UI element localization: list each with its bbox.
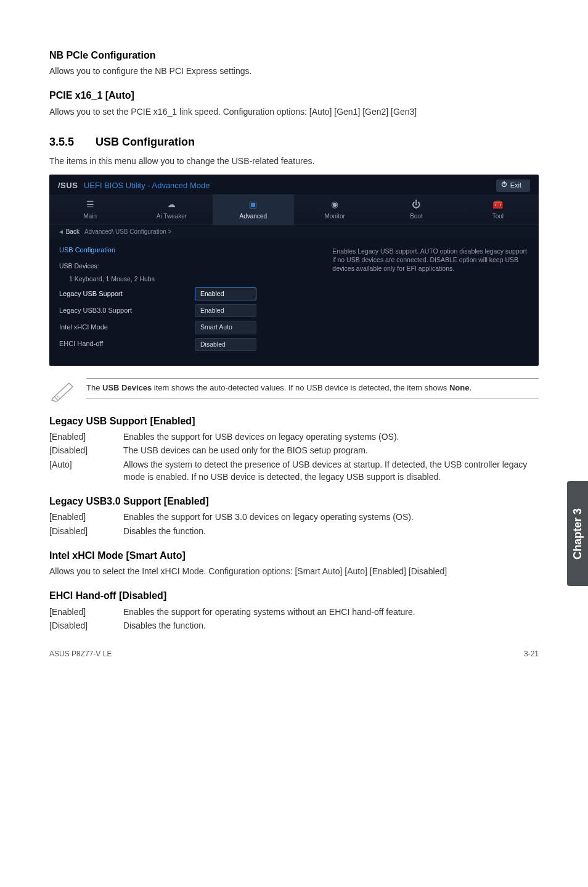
opt-row: [Disabled] Disables the function. bbox=[49, 619, 539, 632]
opt-row: [Enabled] Enables the support for USB de… bbox=[49, 431, 539, 443]
row-label: EHCI Hand-off bbox=[59, 339, 189, 349]
opt-row: [Disabled] Disables the function. bbox=[49, 525, 539, 537]
heading-ehci: EHCI Hand-off [Disabled] bbox=[49, 588, 539, 603]
opt-key: [Disabled] bbox=[49, 525, 123, 537]
usb-devices-value: 1 Keyboard, 1 Mouse, 2 Hubs bbox=[59, 274, 317, 284]
tab-advanced[interactable]: ▣Advanced bbox=[213, 194, 294, 225]
usb-devices-label: USB Devices: bbox=[59, 262, 317, 271]
tab-label: Monitor bbox=[324, 213, 345, 220]
tab-ai-tweaker[interactable]: ☁Ai Tweaker bbox=[131, 194, 212, 225]
desc-pcie-x16: Allows you to set the PCIE x16_1 link sp… bbox=[49, 105, 539, 118]
desc-usb-config: The items in this menu allow you to chan… bbox=[49, 155, 539, 167]
pencil-icon bbox=[49, 378, 78, 403]
opt-val: Disables the function. bbox=[123, 525, 539, 537]
opt-row: [Auto] Allows the system to detect the p… bbox=[49, 458, 539, 484]
breadcrumb-path: Advanced\ USB Configuration > bbox=[84, 228, 171, 237]
chapter-side-tab: Chapter 3 bbox=[567, 481, 588, 586]
row-label: Intel xHCI Mode bbox=[59, 323, 189, 332]
opt-key: [Disabled] bbox=[49, 444, 123, 456]
desc-nb-pcie: Allows you to configure the NB PCI Expre… bbox=[49, 65, 539, 77]
row-legacy-usb-support[interactable]: Legacy USB Support Enabled bbox=[59, 287, 317, 300]
row-value[interactable]: Disabled bbox=[195, 338, 256, 351]
exit-button[interactable]: Exit bbox=[496, 179, 530, 192]
back-arrow-icon: ◄ bbox=[58, 228, 64, 235]
exit-label: Exit bbox=[510, 181, 521, 191]
footer-right: 3-21 bbox=[524, 649, 539, 659]
tab-label: Tool bbox=[492, 213, 504, 220]
heading-legacy-usb: Legacy USB Support [Enabled] bbox=[49, 414, 539, 428]
opt-val: Enables the support for USB devices on l… bbox=[123, 431, 539, 443]
bios-screenshot: /SUS UEFI BIOS Utility - Advanced Mode E… bbox=[49, 175, 539, 365]
opt-key: [Enabled] bbox=[49, 431, 123, 443]
gauge-icon: ◉ bbox=[294, 198, 375, 210]
heading-intel-xhci: Intel xHCI Mode [Smart Auto] bbox=[49, 548, 539, 563]
opt-val: Allows the system to detect the presence… bbox=[123, 458, 539, 484]
tab-label: Main bbox=[83, 213, 97, 220]
opt-row: [Enabled] Enables the support for USB 3.… bbox=[49, 511, 539, 523]
note-pre: The bbox=[86, 383, 102, 392]
row-legacy-usb3-support[interactable]: Legacy USB3.0 Support Enabled bbox=[59, 304, 317, 317]
tab-boot[interactable]: ⏻Boot bbox=[375, 194, 457, 225]
bios-logo: /SUS bbox=[58, 181, 78, 190]
row-value[interactable]: Enabled bbox=[195, 304, 256, 317]
tab-main[interactable]: ☰Main bbox=[49, 194, 131, 225]
tab-label: Advanced bbox=[240, 213, 267, 220]
heading-usb-config: 3.5.5 USB Configuration bbox=[49, 134, 539, 150]
note-post: . bbox=[469, 383, 472, 392]
opt-val: Enables the support for USB 3.0 devices … bbox=[123, 511, 539, 523]
opt-key: [Enabled] bbox=[49, 606, 123, 618]
tab-tool[interactable]: 🧰Tool bbox=[457, 194, 539, 225]
tab-monitor[interactable]: ◉Monitor bbox=[294, 194, 375, 225]
svg-rect-0 bbox=[504, 181, 505, 184]
breadcrumb: ◄ Back Advanced\ USB Configuration > bbox=[49, 225, 539, 239]
opt-val: The USB devices can be used only for the… bbox=[123, 444, 539, 456]
note-text: The USB Devices item shows the auto-dete… bbox=[86, 378, 539, 398]
exit-icon bbox=[501, 181, 507, 191]
note-box: The USB Devices item shows the auto-dete… bbox=[49, 378, 539, 403]
list-icon: ☰ bbox=[49, 198, 131, 210]
row-value[interactable]: Smart Auto bbox=[195, 321, 256, 334]
row-label: Legacy USB3.0 Support bbox=[59, 306, 189, 316]
row-intel-xhci-mode[interactable]: Intel xHCI Mode Smart Auto bbox=[59, 321, 317, 334]
opt-row: [Enabled] Enables the support for operat… bbox=[49, 606, 539, 618]
opt-row: [Disabled] The USB devices can be used o… bbox=[49, 444, 539, 456]
help-text: Enables Legacy USB support. AUTO option … bbox=[332, 245, 529, 355]
bios-tab-bar: ☰Main ☁Ai Tweaker ▣Advanced ◉Monitor ⏻Bo… bbox=[49, 194, 539, 225]
back-button[interactable]: ◄ Back bbox=[58, 228, 80, 237]
chip-icon: ▣ bbox=[213, 198, 294, 210]
note-bold-2: None bbox=[449, 383, 470, 392]
back-label: Back bbox=[66, 228, 80, 235]
opt-key: [Auto] bbox=[49, 458, 123, 484]
tool-icon: 🧰 bbox=[457, 198, 539, 210]
cloud-icon: ☁ bbox=[131, 198, 212, 210]
group-title: USB Configuration bbox=[59, 245, 317, 255]
footer-left: ASUS P8Z77-V LE bbox=[49, 649, 112, 659]
page-footer: ASUS P8Z77-V LE 3-21 bbox=[49, 649, 539, 659]
row-label: Legacy USB Support bbox=[59, 289, 189, 299]
note-mid: item shows the auto-detected values. If … bbox=[152, 383, 449, 392]
section-title: USB Configuration bbox=[96, 136, 195, 148]
heading-pcie-x16: PCIE x16_1 [Auto] bbox=[49, 88, 539, 102]
bios-title: UEFI BIOS Utility - Advanced Mode bbox=[84, 181, 210, 190]
desc-intel-xhci: Allows you to select the Intel xHCI Mode… bbox=[49, 565, 539, 577]
heading-nb-pcie: NB PCIe Configuration bbox=[49, 48, 539, 62]
row-value[interactable]: Enabled bbox=[195, 287, 256, 300]
opt-val: Disables the function. bbox=[123, 619, 539, 632]
tab-label: Boot bbox=[410, 213, 423, 220]
tab-label: Ai Tweaker bbox=[157, 213, 187, 220]
section-number: 3.5.5 bbox=[49, 134, 92, 150]
note-bold-1: USB Devices bbox=[102, 383, 152, 392]
power-icon: ⏻ bbox=[375, 198, 457, 210]
opt-val: Enables the support for operating system… bbox=[123, 606, 539, 618]
row-ehci-handoff[interactable]: EHCI Hand-off Disabled bbox=[59, 338, 317, 351]
opt-key: [Enabled] bbox=[49, 511, 123, 523]
opt-key: [Disabled] bbox=[49, 619, 123, 632]
heading-legacy-usb3: Legacy USB3.0 Support [Enabled] bbox=[49, 494, 539, 508]
